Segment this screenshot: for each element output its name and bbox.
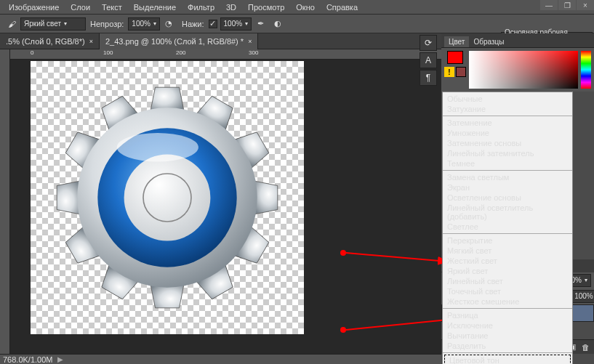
menu-view[interactable]: Просмотр bbox=[242, 3, 290, 12]
collapsed-panel-icons: ⟳ A ¶ bbox=[420, 35, 438, 86]
blend-option[interactable]: Жесткое смешение bbox=[443, 296, 572, 307]
ruler-tick: 0 bbox=[31, 49, 33, 56]
window-minimize[interactable]: — bbox=[540, 0, 558, 10]
blend-option[interactable]: Яркий свет bbox=[443, 266, 572, 276]
document-tab[interactable]: 2_43.png @ 100% (Слой 1, RGB/8#) * × bbox=[100, 33, 258, 49]
menu-text[interactable]: Текст bbox=[96, 3, 128, 12]
gear-icon bbox=[47, 78, 287, 318]
tab-close-icon[interactable]: × bbox=[89, 38, 93, 45]
window-restore[interactable]: ❐ bbox=[558, 0, 576, 10]
tab-close-icon[interactable]: × bbox=[248, 38, 252, 45]
background-swatch[interactable] bbox=[456, 67, 466, 77]
menu-filter[interactable]: Фильтр bbox=[182, 3, 220, 12]
blend-option[interactable]: Затемнение основы bbox=[443, 138, 572, 148]
history-panel-icon[interactable]: ⟳ bbox=[420, 35, 437, 51]
tab-title: .5% (Слой 0, RGB/8*) bbox=[6, 37, 85, 46]
blend-option[interactable]: Исключение bbox=[443, 320, 572, 331]
opacity-label: Непрозр: bbox=[90, 20, 124, 28]
blend-option[interactable]: Затухание bbox=[443, 104, 572, 114]
canvas[interactable] bbox=[31, 61, 304, 334]
blend-option[interactable]: Перекрытие bbox=[443, 235, 572, 246]
ruler-tick: 300 bbox=[249, 49, 258, 56]
menu-select[interactable]: Выделение bbox=[128, 3, 182, 12]
canvas-area: 0 100 200 300 bbox=[0, 49, 441, 354]
gamut-warning-icon[interactable]: ! bbox=[444, 67, 454, 77]
svg-point-2 bbox=[124, 155, 211, 241]
blend-option[interactable]: Линейный свет bbox=[443, 276, 572, 286]
tab-color[interactable]: Цвет bbox=[444, 36, 469, 47]
tab-swatches[interactable]: Образцы bbox=[469, 36, 508, 47]
document-tab[interactable]: .5% (Слой 0, RGB/8*) × bbox=[0, 33, 100, 49]
opacity-select[interactable]: 100% bbox=[128, 17, 160, 31]
paragraph-panel-icon[interactable]: ¶ bbox=[420, 70, 437, 86]
options-bar: 🖌 Яркий свет Непрозр: 100% ◔ Нажи: 100% … bbox=[0, 15, 594, 33]
color-panel: ! bbox=[441, 48, 594, 92]
menu-layers[interactable]: Слои bbox=[65, 3, 96, 12]
ruler-tick: 100 bbox=[103, 49, 113, 56]
blend-mode-popup[interactable]: ОбычныеЗатухание ЗатемнениеУмножениеЗате… bbox=[442, 92, 573, 364]
blend-option[interactable]: Обычные bbox=[443, 94, 572, 104]
delete-icon[interactable]: 🗑 bbox=[582, 343, 590, 352]
blend-option[interactable]: Умножение bbox=[443, 128, 572, 138]
blend-option[interactable]: Разница bbox=[443, 310, 572, 320]
doc-size: 768.0K/1.00M bbox=[3, 355, 53, 364]
airbrush-icon[interactable]: ✒ bbox=[253, 17, 268, 31]
menu-image[interactable]: Изображение bbox=[3, 3, 65, 12]
layer-fill[interactable]: 100% bbox=[571, 290, 594, 303]
color-panel-tabs: Цвет Образцы bbox=[441, 33, 594, 48]
character-panel-icon[interactable]: A bbox=[420, 52, 437, 68]
tab-title: 2_43.png @ 100% (Слой 1, RGB/8#) * bbox=[105, 37, 244, 46]
blend-option[interactable]: Линейный затемнитель bbox=[443, 148, 572, 158]
window-close[interactable]: × bbox=[577, 0, 594, 10]
tool-preset-icon[interactable]: 🖌 bbox=[4, 17, 19, 31]
horizontal-ruler: 0 100 200 300 bbox=[0, 49, 441, 60]
blend-option[interactable]: Точечный свет bbox=[443, 286, 572, 296]
hue-slider[interactable] bbox=[581, 51, 591, 89]
blend-option[interactable]: Темнее bbox=[443, 158, 572, 169]
blend-option[interactable]: Линейный осветлитель (добавить) bbox=[443, 203, 572, 222]
pressure-size-icon[interactable]: ◐ bbox=[270, 17, 285, 31]
foreground-swatch[interactable] bbox=[447, 51, 463, 64]
menubar: Изображение Слои Текст Выделение Фильтр … bbox=[0, 0, 594, 15]
menu-window[interactable]: Окно bbox=[290, 3, 321, 12]
status-more-icon[interactable]: ▶ bbox=[57, 355, 63, 363]
pressure-opacity-icon[interactable]: ◔ bbox=[161, 17, 176, 31]
vertical-ruler bbox=[0, 49, 10, 354]
flow-checkbox[interactable] bbox=[209, 20, 217, 28]
menu-3d[interactable]: 3D bbox=[220, 3, 242, 12]
blend-mode-select[interactable]: Яркий свет bbox=[20, 17, 86, 31]
flow-label: Нажи: bbox=[182, 20, 204, 28]
blend-option[interactable]: Светлее bbox=[443, 222, 572, 232]
flow-select[interactable]: 100% bbox=[220, 17, 252, 31]
svg-point-4 bbox=[117, 133, 198, 162]
blend-option[interactable]: Экран bbox=[443, 182, 572, 193]
blend-option[interactable]: Цветовой тон bbox=[444, 355, 571, 364]
blend-option[interactable]: Осветление основы bbox=[443, 193, 572, 203]
blend-option[interactable]: Замена светлым bbox=[443, 172, 572, 182]
ruler-tick: 200 bbox=[176, 49, 185, 56]
menu-help[interactable]: Справка bbox=[321, 3, 364, 12]
blend-option[interactable]: Жесткий свет bbox=[443, 256, 572, 266]
blend-option[interactable]: Разделить bbox=[443, 341, 572, 351]
color-field[interactable] bbox=[469, 51, 578, 89]
blend-option[interactable]: Вычитание bbox=[443, 331, 572, 341]
blend-option[interactable]: Мягкий свет bbox=[443, 246, 572, 256]
blend-option[interactable]: Затемнение bbox=[443, 118, 572, 128]
